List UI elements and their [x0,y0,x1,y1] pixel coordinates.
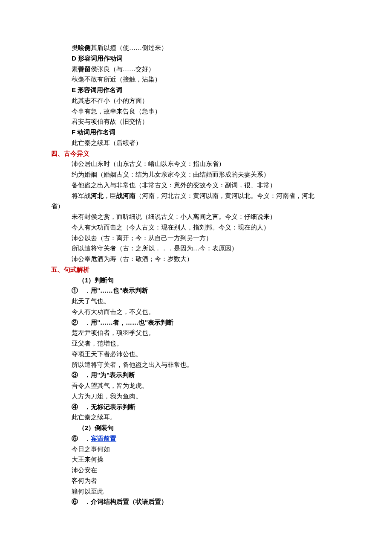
subheading-d: D 形容词用作动词 [51,53,341,64]
text-fragment: 将军战 [72,192,91,199]
body-line: 今事有急，故幸来告良（急事） [51,106,341,117]
body-line: 未有封侯之赏，而听细说（细说古义：小人离间之言。今义：仔细说来） [51,212,341,222]
document-page: 樊哙侧其盾以撞（使……侧过来） D 形容词用作动词 素善留侯张良（与……交好） … [0,0,392,555]
subheading-e: E 形容词用作名词 [51,85,341,96]
text-fragment: ，臣 [104,192,116,199]
body-line: 亚父者，范增也。 [51,338,341,349]
body-line: 夺项王天下者必沛公也。 [51,349,341,360]
numbered-item: ⑥ ．介词结构后置（状语后置） [51,497,341,507]
body-line: 此亡秦之续耳（后续者） [51,138,341,148]
numbered-item: ④ ．无标记表示判断 [51,402,341,413]
body-line: 客何为者 [51,476,341,486]
bold-fragment: 河北 [91,192,104,199]
body-line: 沛公居山东时（山东古义：崤山以东今义：指山东省） [51,159,341,169]
body-line: 今人有大功而击之（今人古义：现在别人，指刘邦。今义：现在的人） [51,222,341,233]
numbered-item: ② ．用"……者，……也"表示判断 [51,317,341,328]
numbered-item: ③ ．用"为"表示判断 [51,370,341,381]
numbered-item: ⑤ ．宾语前置 [51,433,341,444]
body-line: 君安与项伯有故（旧交情） [51,116,341,127]
body-line: 今日之事何如 [51,444,341,455]
body-line: 樊哙侧其盾以撞（使……侧过来） [51,43,341,53]
body-line: 大王来何操 [51,454,341,465]
body-line: 沛公安在 [51,465,341,476]
body-line: 此其志不在小（小的方面） [51,96,341,106]
bold-char: 善留 [78,66,91,73]
body-line: 所以遣将守关者，备他盗之出入与非常也。 [51,360,341,370]
body-line: 备他盗之出入与非常也（非常古义：意外的变故今义：副词，很、非常） [51,180,341,191]
body-line: 秋毫不敢有所近（接触，沾染） [51,74,341,85]
body-line: 沛公以去（古：离开；今：从自己一方到另一方） [51,233,341,244]
body-line: 楚左尹项伯者，项羽季父也。 [51,328,341,338]
body-line: 籍何以至此 [51,486,341,497]
bold-char: 哙侧 [78,44,91,51]
body-line: 素善留侯张良（与……交好） [51,64,341,75]
item-number: ⑤ ． [72,435,91,442]
hyperlink-text[interactable]: 宾语前置 [91,435,116,442]
section-heading-5: 五、句式解析 [51,264,341,275]
body-line: 人方为刀俎，我为鱼肉。 [51,391,341,402]
body-line: 此亡秦之续耳。 [51,412,341,423]
body-line: 约为婚姻（婚姻古义：结为儿女亲家今义：由结婚而形成的夫妻关系） [51,169,341,180]
text-fragment: （河南，河北古义：黄河以南，黄河以北。今义：河南省，河北 [135,192,314,199]
body-line: 将军战河北，臣战河南（河南，河北古义：黄河以南，黄河以北。今义：河南省，河北 [51,191,341,201]
subsection-heading: （1）判断句 [51,275,341,286]
subsection-heading: （2）倒装句 [51,423,341,433]
subheading-f: F 动词用作名词 [51,127,341,138]
bold-fragment: 战河南 [116,192,135,199]
body-line-continuation: 省） [51,201,341,212]
numbered-item: ① ．用"……也"表示判断 [51,285,341,296]
body-line: 沛公奉卮酒为寿（古：敬酒；今：岁数大） [51,254,341,264]
section-heading-4: 四、古今异义 [51,148,341,159]
body-line: 此天子气也。 [51,296,341,307]
body-line: 所以遣将守关者（古：之所以．．．是因为…今：表原因） [51,243,341,254]
body-line: 吾令人望其气，皆为龙虎。 [51,381,341,391]
body-line: 今人有大功而击之，不义也。 [51,307,341,317]
